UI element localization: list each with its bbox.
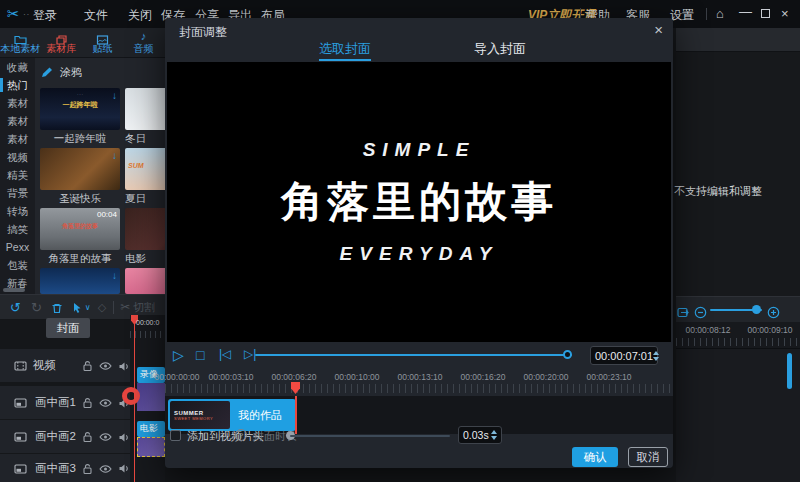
- thumb-overlay-text: 角落里的故事: [40, 222, 120, 231]
- download-icon: ↓: [112, 150, 117, 161]
- category-funny[interactable]: 搞笑: [0, 220, 35, 238]
- category-packaging[interactable]: 包装: [0, 256, 35, 274]
- dialog-title: 封面调整: [179, 24, 227, 41]
- select-cursor-icon[interactable]: [72, 300, 83, 315]
- seek-slider-track[interactable]: [255, 354, 572, 356]
- category-background[interactable]: 背景: [0, 184, 35, 202]
- keyframe-icon[interactable]: ◇: [98, 301, 106, 314]
- speaker-icon[interactable]: [118, 459, 130, 477]
- zoom-in-icon[interactable]: [767, 303, 780, 321]
- track-header-pip3: 画中画3: [0, 454, 130, 482]
- ruler-label: 00:00:06:20: [272, 372, 317, 382]
- vertical-scrollbar[interactable]: [787, 353, 792, 389]
- template-thumb-newyear[interactable]: 一起跨年啦 ∙ ∙ ∙ ↓: [40, 88, 120, 130]
- fit-timeline-icon[interactable]: [677, 303, 692, 321]
- seek-slider-handle[interactable]: [563, 350, 572, 359]
- undo-icon[interactable]: ↺: [10, 300, 21, 315]
- ruler-label: 00:00:23:10: [587, 372, 632, 382]
- library-icon: [41, 30, 82, 43]
- track-header-pip1: 画中画1: [0, 386, 130, 419]
- category-item[interactable]: 精美: [0, 166, 35, 184]
- left-tab-bar: 本地素材 素材库 贴纸 ♪ 音频: [0, 28, 165, 58]
- confirm-button[interactable]: 确认: [572, 447, 618, 467]
- add-to-head-checkbox[interactable]: [170, 430, 181, 441]
- zoom-out-icon[interactable]: [694, 303, 707, 321]
- category-item[interactable]: 素材: [0, 94, 35, 112]
- tab-audio[interactable]: ♪ 音频: [123, 28, 164, 58]
- preview-line-title: 角落里的故事: [281, 174, 557, 230]
- clip-selected[interactable]: [137, 437, 165, 457]
- ruler-ticks[interactable]: [165, 384, 673, 393]
- menu-close-project[interactable]: 关闭: [128, 7, 152, 24]
- category-pexels[interactable]: Pexx: [0, 238, 35, 256]
- tab-select-cover[interactable]: 选取封面: [319, 40, 371, 58]
- my-work-clip[interactable]: SUMMER SWEET MEMORY 我的作品: [168, 399, 296, 431]
- category-video[interactable]: 视频: [0, 148, 35, 166]
- category-favorites[interactable]: 收藏: [0, 58, 35, 76]
- lock-icon[interactable]: [82, 459, 93, 477]
- duration-spinner[interactable]: [491, 430, 497, 440]
- close-window-button[interactable]: ×: [781, 6, 789, 21]
- category-item[interactable]: 素材: [0, 130, 35, 148]
- eye-icon[interactable]: [99, 357, 112, 375]
- maximize-button[interactable]: [761, 9, 770, 18]
- lock-icon[interactable]: [82, 428, 93, 446]
- delete-icon[interactable]: [51, 299, 63, 314]
- clip-movie[interactable]: 电影: [137, 421, 165, 437]
- track-label: 画中画2: [35, 429, 76, 444]
- cover-button[interactable]: 封面: [46, 318, 90, 338]
- duration-value-box[interactable]: 0.03s: [458, 426, 502, 444]
- track-label: 画中画3: [35, 461, 76, 476]
- skip-start-icon[interactable]: |◁: [219, 347, 231, 361]
- duration-slider-track[interactable]: [290, 435, 450, 437]
- category-hot[interactable]: 热门: [0, 76, 35, 94]
- cancel-button[interactable]: 取消: [628, 447, 668, 467]
- tab-sticker[interactable]: 贴纸: [82, 28, 123, 58]
- record-circle-icon: [122, 387, 140, 405]
- chevron-down-icon[interactable]: ∨: [85, 303, 91, 312]
- play-icon[interactable]: ▷: [173, 347, 184, 363]
- pip-icon: [14, 459, 27, 477]
- cut-scissors-icon[interactable]: ✂: [120, 300, 130, 314]
- category-transition[interactable]: 转场: [0, 202, 35, 220]
- menu-settings[interactable]: 设置: [670, 7, 694, 24]
- speaker-icon[interactable]: [118, 428, 130, 446]
- category-item[interactable]: 素材: [0, 112, 35, 130]
- tab-label: 贴纸: [82, 43, 123, 55]
- tab-local-media[interactable]: 本地素材: [0, 28, 41, 58]
- minimize-button[interactable]: —: [739, 4, 752, 19]
- stop-icon[interactable]: □: [196, 347, 204, 363]
- lock-icon[interactable]: [82, 394, 93, 412]
- thumb-title: 一起跨年啦: [40, 132, 120, 146]
- login-button[interactable]: 登录: [33, 7, 57, 24]
- home-icon[interactable]: ⌂: [716, 6, 724, 21]
- template-thumb-christmas[interactable]: ↓: [40, 148, 120, 190]
- menu-file[interactable]: 文件: [84, 7, 108, 24]
- eye-icon[interactable]: [99, 428, 112, 446]
- thumb-overlay-text: 一起跨年啦: [40, 100, 120, 110]
- speaker-icon[interactable]: [118, 357, 130, 375]
- eye-icon[interactable]: [99, 394, 112, 412]
- redo-icon[interactable]: ↻: [31, 300, 42, 315]
- dialog-close-icon[interactable]: ×: [654, 21, 663, 38]
- rail-scrollbar[interactable]: [3, 288, 25, 292]
- timecode-spinner[interactable]: [653, 351, 659, 361]
- ruler-ticks: [676, 338, 800, 346]
- duration-value: 0.03s: [463, 429, 489, 441]
- player-area: 不支持编辑和调整: [676, 52, 800, 296]
- lock-icon[interactable]: [82, 357, 93, 375]
- template-thumb-corner-story[interactable]: 角落里的故事 00:04: [40, 208, 120, 250]
- music-note-icon: ♪: [123, 30, 164, 43]
- zoom-slider-handle[interactable]: [752, 305, 761, 314]
- tab-import-cover[interactable]: 导入封面: [474, 40, 526, 58]
- tab-material-library[interactable]: 素材库: [41, 28, 82, 58]
- timecode-box[interactable]: 00:00:07:01: [590, 346, 658, 365]
- template-thumb-partial[interactable]: ↓: [40, 268, 120, 294]
- tab-label: 音频: [123, 43, 164, 55]
- eye-icon[interactable]: [99, 459, 112, 477]
- category-rail: 收藏 热门 素材 素材 素材 视频 精美 背景 转场 搞笑 Pexx 包装 新春: [0, 58, 35, 294]
- clip-video-frames[interactable]: [137, 383, 165, 411]
- doodle-item[interactable]: 涂鸦: [40, 60, 82, 84]
- help-circle-icon[interactable]: ?: [235, 429, 247, 441]
- right-panel: 不支持编辑和调整 00:00:08:12 00:00:09:10: [676, 28, 800, 482]
